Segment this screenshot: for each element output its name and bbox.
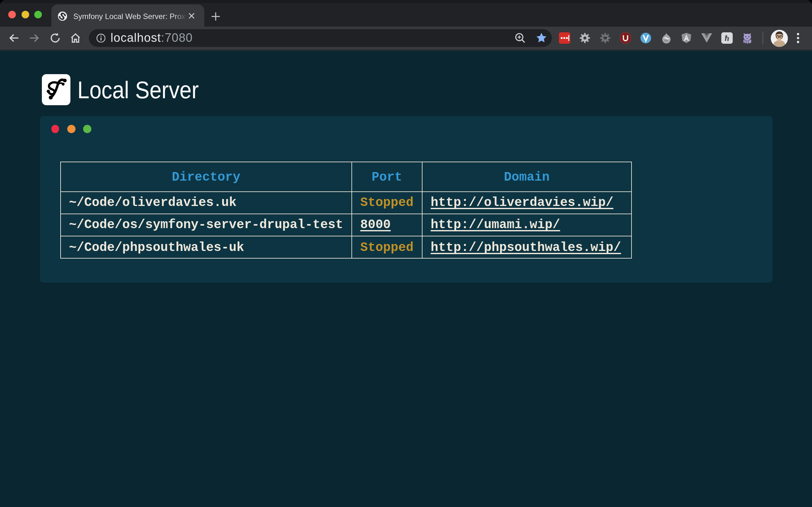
svg-text:h: h bbox=[725, 34, 729, 43]
svg-text:S: S bbox=[57, 11, 67, 20]
